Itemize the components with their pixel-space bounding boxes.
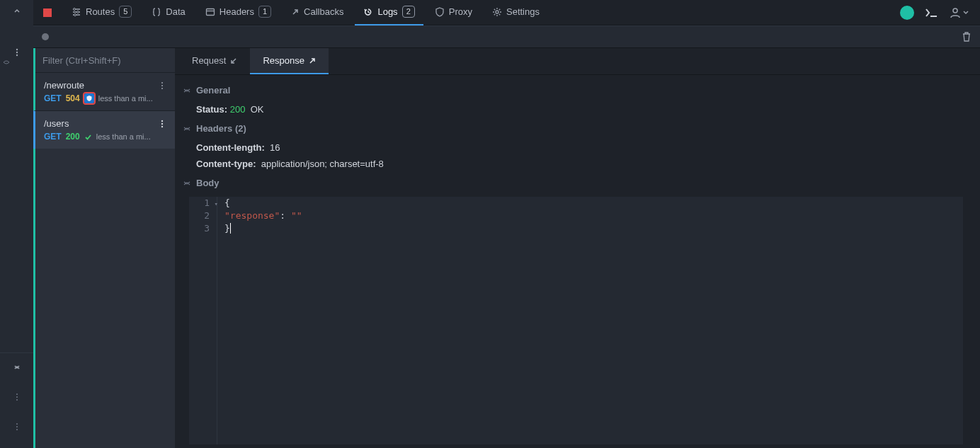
tok: : <box>280 210 291 221</box>
nav-data[interactable]: Data <box>143 0 193 25</box>
braces-icon <box>152 7 161 17</box>
expand-rail-icon[interactable] <box>0 356 33 379</box>
terminal-icon[interactable] <box>925 8 938 18</box>
tab-request-label: Request <box>192 55 226 66</box>
nav-routes[interactable]: Routes 5 <box>63 0 140 25</box>
nav-settings[interactable]: Settings <box>484 0 548 25</box>
nav-callbacks-label: Callbacks <box>304 6 343 17</box>
header-row: Content-length: 16 <box>183 139 969 156</box>
nav-logs-label: Logs <box>377 6 397 17</box>
tok: { <box>224 197 230 208</box>
nav-headers[interactable]: Headers 1 <box>197 0 280 25</box>
rail-handle-icon <box>0 51 23 74</box>
nav-proxy-label: Proxy <box>449 6 472 17</box>
log-item[interactable]: /newroute GET 504 less than a mi... <box>35 72 175 110</box>
left-rail <box>0 0 33 448</box>
svg-rect-12 <box>206 8 214 15</box>
sliders-icon <box>72 7 81 17</box>
svg-point-7 <box>16 426 18 427</box>
rail-dots-2-icon[interactable] <box>0 415 33 438</box>
svg-point-6 <box>16 423 18 425</box>
account-avatar-icon[interactable] <box>900 6 914 20</box>
header-key: Content-type: <box>196 159 256 169</box>
status-label: Status: <box>196 104 227 115</box>
line-number: 1 <box>204 197 210 208</box>
collapse-rail-icon[interactable] <box>0 0 33 23</box>
log-item-menu-icon[interactable] <box>156 81 168 91</box>
user-icon <box>950 7 961 18</box>
header-row: Content-type: application/json; charset=… <box>183 156 969 172</box>
status-row: Status: 200 OK <box>183 101 969 117</box>
log-item[interactable]: /users GET 200 less than a mi... <box>33 110 175 149</box>
log-timeago: less than a mi... <box>98 94 153 103</box>
log-status: 504 <box>66 93 80 103</box>
section-headers-title: Headers (2) <box>196 123 246 134</box>
shield-icon <box>435 7 445 17</box>
section-headers-header[interactable]: Headers (2) <box>183 117 969 139</box>
filter-input[interactable] <box>42 55 168 66</box>
filter-input-wrap[interactable] <box>35 48 175 72</box>
tab-request[interactable]: Request <box>179 48 250 74</box>
caret-icon <box>230 223 237 234</box>
tok: } <box>224 223 230 234</box>
svg-point-0 <box>16 49 17 50</box>
svg-point-4 <box>16 396 18 398</box>
session-dot-icon <box>42 33 49 40</box>
window-icon <box>205 7 215 17</box>
section-body-title: Body <box>196 178 220 188</box>
proxy-shield-icon <box>84 93 94 103</box>
header-key: Content-length: <box>196 142 265 153</box>
svg-point-3 <box>16 394 18 395</box>
svg-point-17 <box>161 82 163 84</box>
svg-point-14 <box>496 11 498 13</box>
log-method: GET <box>44 132 62 142</box>
arrow-out-icon <box>309 57 316 64</box>
history-icon <box>363 7 373 17</box>
section-general-header[interactable]: General <box>183 79 969 101</box>
logs-sidebar: /newroute GET 504 less than a mi... <box>33 48 175 448</box>
gutter: 1▾ 2 3 <box>189 197 217 444</box>
nav-headers-label: Headers <box>220 6 254 17</box>
record-indicator-icon[interactable] <box>43 8 52 17</box>
collapse-icon <box>183 180 190 187</box>
line-number: 2 <box>204 210 210 221</box>
svg-point-9 <box>74 8 76 10</box>
svg-point-18 <box>161 85 163 86</box>
svg-point-8 <box>16 429 18 430</box>
tab-response[interactable]: Response <box>250 48 329 74</box>
gear-icon <box>492 7 502 17</box>
nav-settings-label: Settings <box>506 6 540 17</box>
fold-icon[interactable]: ▾ <box>215 197 218 210</box>
detail-panel: Request Response General <box>175 48 980 448</box>
svg-point-10 <box>77 11 79 13</box>
tok: "response" <box>224 210 280 221</box>
nav-proxy[interactable]: Proxy <box>426 0 481 25</box>
svg-point-21 <box>161 122 163 124</box>
clear-logs-button[interactable] <box>962 31 972 42</box>
section-body-header[interactable]: Body <box>183 172 969 194</box>
nav-logs[interactable]: Logs 2 <box>355 0 423 25</box>
arrow-up-right-icon <box>291 8 300 16</box>
nav-routes-badge: 5 <box>119 6 132 18</box>
log-item-menu-icon[interactable] <box>156 119 168 129</box>
svg-point-20 <box>161 120 163 121</box>
nav-data-label: Data <box>166 6 185 17</box>
caret-down-icon <box>963 10 969 16</box>
svg-point-16 <box>953 8 957 13</box>
log-status: 200 <box>66 132 80 142</box>
nav-logs-badge: 2 <box>402 6 415 18</box>
code-area[interactable]: { "response": "" } <box>217 197 963 444</box>
rail-dots-1-icon[interactable] <box>0 386 33 408</box>
header-value: 16 <box>270 142 280 153</box>
status-code: 200 <box>230 104 246 115</box>
svg-point-22 <box>161 125 163 127</box>
nav-callbacks[interactable]: Callbacks <box>283 0 352 25</box>
session-bar <box>33 25 980 48</box>
svg-point-19 <box>161 88 163 89</box>
nav-headers-badge: 1 <box>258 6 271 18</box>
line-number: 3 <box>204 223 210 234</box>
log-route: /newroute <box>44 80 84 91</box>
user-menu[interactable] <box>950 7 969 18</box>
header-value: application/json; charset=utf-8 <box>261 159 384 169</box>
body-editor[interactable]: 1▾ 2 3 { "response": "" } <box>189 197 963 444</box>
